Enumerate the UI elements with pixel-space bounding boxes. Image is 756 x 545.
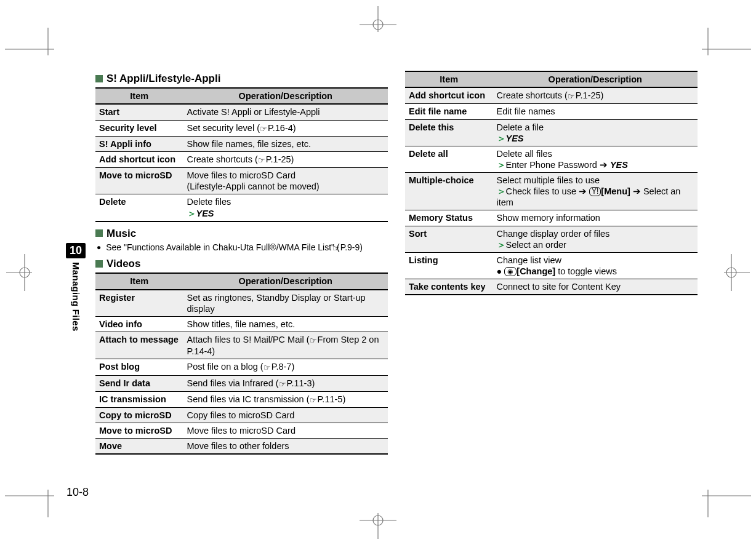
music-note: ● See "Functions Available in Chaku-Uta … xyxy=(95,242,388,253)
table-row: Delete Delete files＞YES xyxy=(95,194,388,221)
crop-mark-bl xyxy=(5,490,60,517)
section-heading-music: Music xyxy=(95,227,388,240)
chevron-icon: ＞ xyxy=(497,133,506,143)
table-row: RegisterSet as ringtones, Standby Displa… xyxy=(95,290,388,317)
chevron-icon: ＞ xyxy=(187,209,196,218)
table-head-item: Item xyxy=(95,88,183,104)
table-row: Delete all Delete all files＞Enter Phone … xyxy=(405,146,698,172)
table-row: Memory StatusShow memory information xyxy=(405,210,698,226)
registration-mark-bottom xyxy=(360,513,396,539)
crop-mark-br xyxy=(696,490,751,517)
table-head-op: Operation/Description xyxy=(183,88,388,104)
table-row: Edit file nameEdit file names xyxy=(405,104,698,119)
right-table: Item Operation/Description Add shortcut … xyxy=(405,71,698,295)
table-row: Send Ir data Send files via Infrared (☞P… xyxy=(95,375,388,391)
table-row: Move to microSD Move files to microSD Ca… xyxy=(95,168,388,194)
table-head-item: Item xyxy=(95,273,183,289)
page-ref-icon: ☞ xyxy=(310,336,317,346)
chapter-title: Managing Files xyxy=(70,262,82,332)
section-title: S! Appli/Lifestyle-Appli xyxy=(107,72,220,85)
crop-mark-tl xyxy=(5,28,60,55)
table-row: Sort Change display order of files＞Selec… xyxy=(405,226,698,252)
arrow-icon: ➔ xyxy=(633,186,641,196)
page-ref-icon: ☞ xyxy=(258,156,265,165)
section-title: Music xyxy=(107,227,136,240)
section-title: Videos xyxy=(107,257,140,270)
registration-mark-left xyxy=(6,254,32,291)
arrow-icon: ➔ xyxy=(579,186,587,196)
table-row: Multiple-choice Select multiple files to… xyxy=(405,173,698,210)
registration-mark-right xyxy=(724,254,750,291)
crop-mark-tr xyxy=(696,28,751,55)
registration-mark-top xyxy=(360,6,396,32)
table-row: S! Appli infoShow file names, file sizes… xyxy=(95,136,388,151)
table-row: Delete this Delete a file＞YES xyxy=(405,119,698,146)
table-row: Security level Set security level (☞P.16… xyxy=(95,120,388,136)
section-heading-videos: Videos xyxy=(95,257,388,270)
page-ref-icon: ☞ xyxy=(310,396,317,405)
table-head-op: Operation/Description xyxy=(493,71,698,87)
square-bullet-icon xyxy=(95,260,103,268)
softkey-icon: Y! xyxy=(589,187,601,196)
chapter-number: 10 xyxy=(66,243,86,258)
table-row: Add shortcut icon Create shortcuts (☞P.1… xyxy=(95,151,388,167)
table-row: Move to microSDMove files to microSD Car… xyxy=(95,423,388,439)
chevron-icon: ＞ xyxy=(497,186,506,196)
bullet-icon: ● xyxy=(497,266,502,276)
table-row: IC transmission Send files via IC transm… xyxy=(95,391,388,407)
table-row: Add shortcut icon Create shortcuts (☞P.1… xyxy=(405,87,698,104)
square-bullet-icon xyxy=(95,75,103,82)
page-ref-icon: ☞ xyxy=(279,380,286,389)
table-row: Attach to message Attach files to S! Mai… xyxy=(95,332,388,359)
table-row: Listing Change list view● ◉[Change] to t… xyxy=(405,252,698,279)
videos-table: Item Operation/Description RegisterSet a… xyxy=(95,272,388,455)
page-ref-icon: ☞ xyxy=(568,92,575,101)
table-row: Take contents keyConnect to site for Con… xyxy=(405,279,698,295)
table-row: Post blog Post file on a blog (☞P.8-7) xyxy=(95,359,388,375)
arrow-icon: ➔ xyxy=(600,160,608,170)
table-head-op: Operation/Description xyxy=(183,273,388,289)
section-heading-appli: S! Appli/Lifestyle-Appli xyxy=(95,72,388,85)
page-ref-icon: ☞ xyxy=(260,124,267,134)
square-bullet-icon xyxy=(95,229,103,237)
appli-table: Item Operation/Description StartActivate… xyxy=(95,87,388,221)
bullet-icon: ● xyxy=(97,243,101,252)
table-row: Copy to microSDCopy files to microSD Car… xyxy=(95,408,388,423)
table-row: Video infoShow titles, file names, etc. xyxy=(95,316,388,332)
table-head-item: Item xyxy=(405,71,493,87)
chevron-icon: ＞ xyxy=(497,160,506,170)
table-row: StartActivate S! Appli or Lifestyle-Appl… xyxy=(95,104,388,120)
camera-key-icon: ◉ xyxy=(504,267,517,276)
chapter-tab: 10 Managing Files xyxy=(63,243,88,333)
chevron-icon: ＞ xyxy=(497,240,506,250)
table-row: MoveMove files to other folders xyxy=(95,439,388,455)
page-number: 10-8 xyxy=(66,485,89,499)
page-ref-icon: ☞ xyxy=(263,363,271,373)
